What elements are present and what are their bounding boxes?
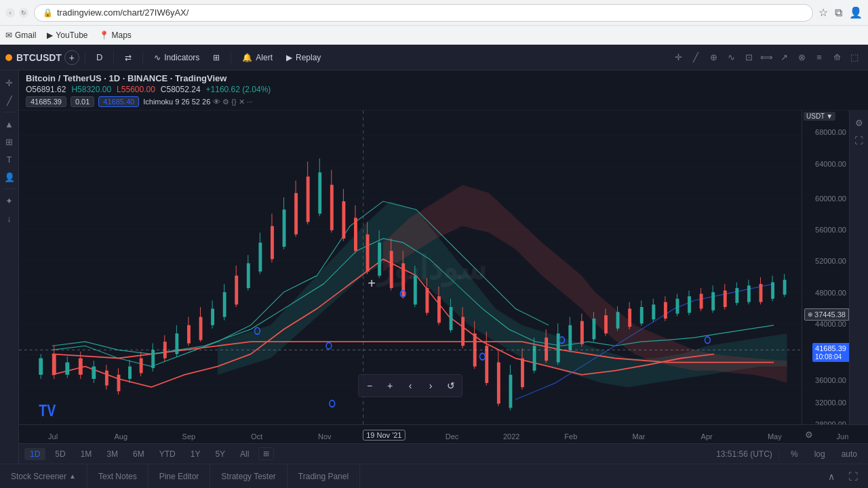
fullscreen-panel-button[interactable]: ⛶ xyxy=(844,467,863,486)
separator-4 xyxy=(231,51,231,64)
measurement-tool[interactable]: ✦ xyxy=(1,192,18,209)
timeframe-6m-button[interactable]: 6M xyxy=(127,448,150,460)
timeframe-all-button[interactable]: All xyxy=(235,448,254,460)
bookmark-youtube[interactable]: ▶ YouTube xyxy=(47,30,87,40)
indicator-actions: 👁 ⚙ {} ✕ ··· xyxy=(213,98,253,106)
indicator-more-btn[interactable]: ··· xyxy=(247,98,253,106)
stock-screener-label: Stock Screener xyxy=(11,472,66,481)
log-toggle[interactable]: log xyxy=(809,448,831,460)
svg-rect-62 xyxy=(354,218,357,251)
compare-button[interactable]: ⇄ xyxy=(119,50,137,65)
time-tick-may: May xyxy=(768,432,782,441)
panel-tab-stock-screener[interactable]: Stock Screener ▲ xyxy=(0,464,87,489)
bookmark-star-icon[interactable]: ☆ xyxy=(818,6,828,19)
indicator-tag[interactable]: Ichimoku 9 26 52 26 👁 ⚙ {} ✕ ··· xyxy=(143,98,253,106)
panel-tab-trading-panel[interactable]: Trading Panel xyxy=(288,464,360,489)
compare-chart-button[interactable]: ⊞ xyxy=(258,447,274,460)
time-axis: Jul Aug Sep Oct Nov 19 Nov '21 Dec 2022 … xyxy=(19,424,868,443)
right-tool-settings[interactable]: ⚙ xyxy=(851,115,867,131)
zoom-out-button[interactable]: − xyxy=(360,376,379,395)
indicator-label: Ichimoku 9 26 52 26 xyxy=(143,98,210,106)
toolbar-right-fib[interactable]: ∿ xyxy=(723,49,739,66)
collapse-panel-button[interactable]: ∧ xyxy=(822,467,841,486)
timeframe-1m-button[interactable]: 1M xyxy=(75,448,98,460)
stock-screener-arrow-icon: ▲ xyxy=(69,472,76,480)
svg-rect-66 xyxy=(378,243,381,276)
bookmark-gmail[interactable]: ✉ Gmail xyxy=(5,30,36,40)
browser-refresh-button[interactable]: ↻ xyxy=(19,8,28,18)
indicator-code-btn[interactable]: {} xyxy=(231,98,236,106)
toolbar-right-ruler[interactable]: ⊕ xyxy=(705,49,722,66)
templates-icon: ⊞ xyxy=(213,53,220,62)
panel-tab-text-notes[interactable]: Text Notes xyxy=(87,464,149,489)
scroll-forward-button[interactable]: › xyxy=(421,376,440,395)
timeframe-5d-button[interactable]: 5D xyxy=(50,448,71,460)
indicator-settings-btn[interactable]: ⚙ xyxy=(222,98,229,106)
symbol-selector[interactable]: BTCUSDT xyxy=(5,52,62,63)
indicator-close-btn[interactable]: ✕ xyxy=(239,98,245,106)
toolbar-right-line[interactable]: ╱ xyxy=(688,49,704,66)
cursor-tool[interactable]: ✛ xyxy=(1,75,18,91)
price-tick-36000: 36000.00 xyxy=(815,376,846,384)
svg-rect-60 xyxy=(342,201,345,239)
indicator-show-btn[interactable]: 👁 xyxy=(213,98,220,106)
strategy-tester-label: Strategy Tester xyxy=(221,472,275,481)
timeframe-1y-button[interactable]: 1Y xyxy=(185,448,206,460)
percent-toggle[interactable]: % xyxy=(785,448,804,460)
reset-chart-button[interactable]: ↺ xyxy=(441,376,460,395)
replay-icon: ▶ xyxy=(286,53,292,62)
time-tick-jun: Jun xyxy=(837,432,849,441)
toolbar-right-magnet[interactable]: ⊗ xyxy=(793,49,810,66)
add-symbol-button[interactable]: + xyxy=(64,50,79,65)
toolbar-right-arrow[interactable]: ↗ xyxy=(776,49,792,66)
toolbar-right-rect[interactable]: ⊡ xyxy=(741,49,757,66)
draw-line-tool[interactable]: ╱ xyxy=(1,92,18,108)
toolbar-right-parallel[interactable]: ⟺ xyxy=(758,49,774,66)
price-tag-3: 41685.40 xyxy=(98,96,139,107)
status-bar: Stock Screener ▲ Text Notes Pine Editor … xyxy=(0,464,868,488)
extensions-icon[interactable]: ⧉ xyxy=(835,7,842,19)
chart-canvas[interactable]: سودابوز xyxy=(19,110,802,424)
templates-button[interactable]: ⊞ xyxy=(208,50,225,65)
zoom-in-button[interactable]: + xyxy=(380,376,399,395)
bookmark-maps[interactable]: 📍 Maps xyxy=(99,30,132,40)
separator-1 xyxy=(85,51,85,64)
timeframe-selector[interactable]: D xyxy=(91,50,108,64)
browser-actions: ☆ ⧉ 👤 xyxy=(818,6,863,19)
browser-back-button[interactable]: ‹ xyxy=(5,8,15,18)
scroll-back-button[interactable]: ‹ xyxy=(401,376,420,395)
toolbar-right-trash[interactable]: ⬚ xyxy=(846,49,863,66)
patterns-tool[interactable]: 👤 xyxy=(1,169,18,185)
price-tick-64000: 64000.00 xyxy=(815,160,846,168)
indicators-icon: ∿ xyxy=(154,53,161,62)
price-tag-2: 0.01 xyxy=(71,96,94,107)
toolbar-right-crosshair[interactable]: ✛ xyxy=(670,49,686,66)
shapes-tool[interactable]: ▲ xyxy=(1,116,18,132)
price-tick-52000: 52000.00 xyxy=(815,257,846,265)
address-bar[interactable]: 🔒 tradingview.com/chart/27IW6yAX/ xyxy=(34,4,813,22)
timeframe-ytd-button[interactable]: YTD xyxy=(154,448,181,460)
right-tool-fullscreen[interactable]: ⛶ xyxy=(851,132,867,148)
auto-toggle[interactable]: auto xyxy=(836,448,863,460)
kijun-dot xyxy=(326,342,332,349)
panel-tab-pine-editor[interactable]: Pine Editor xyxy=(149,464,211,489)
replay-button[interactable]: ▶ Replay xyxy=(281,50,326,65)
fib-tool[interactable]: ⊞ xyxy=(1,134,18,150)
currency-badge[interactable]: USDT ▼ xyxy=(804,112,835,121)
profile-icon[interactable]: 👤 xyxy=(849,6,863,19)
alert-button[interactable]: 🔔 Alert xyxy=(237,50,278,65)
price-tick-32000: 32000.00 xyxy=(815,399,846,407)
text-tool[interactable]: T xyxy=(1,151,18,167)
zoom-tool[interactable]: ↓ xyxy=(1,210,18,226)
timeframe-1d-button[interactable]: 1D xyxy=(24,448,45,460)
time-axis-settings-button[interactable]: ⚙ xyxy=(801,426,817,443)
timeframe-5y-button[interactable]: 5Y xyxy=(210,448,231,460)
url-text: tradingview.com/chart/27IW6yAX/ xyxy=(57,7,189,18)
panel-tab-strategy-tester[interactable]: Strategy Tester xyxy=(210,464,287,489)
indicators-button[interactable]: ∿ Indicators xyxy=(149,50,205,65)
toolbar-right-undo[interactable]: ⟰ xyxy=(829,49,845,66)
current-price-label: 41685.39 10:08:04 xyxy=(812,343,849,362)
change-value: +1160.62 (2.04%) xyxy=(206,85,271,94)
toolbar-right-lock[interactable]: ≡ xyxy=(811,49,827,66)
timeframe-3m-button[interactable]: 3M xyxy=(101,448,123,460)
